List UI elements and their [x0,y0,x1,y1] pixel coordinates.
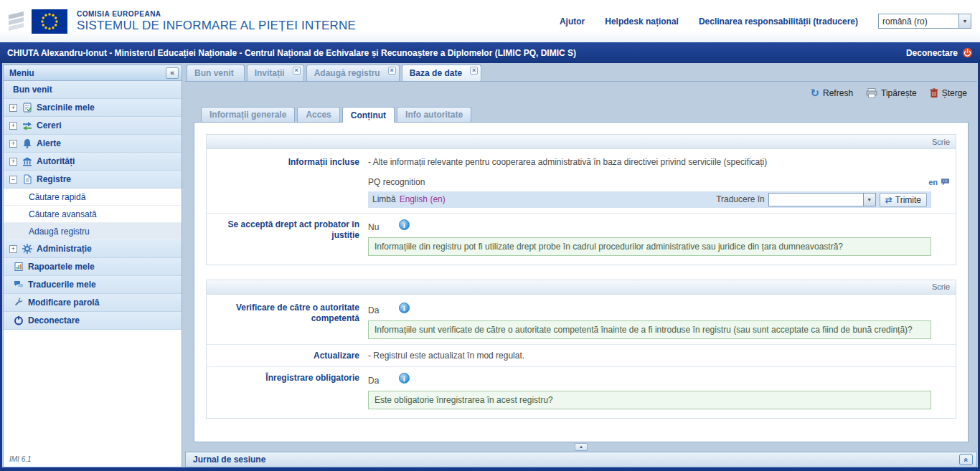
collapse-minus-icon[interactable]: − [9,176,17,184]
sidebar-item-cautare-avansata[interactable]: Căutare avansată [4,206,182,223]
row-divider [207,213,956,214]
send-label: Trimite [895,195,921,205]
sidebar-item-rapoartele-mele[interactable]: Rapoartele mele [4,258,182,276]
user-bar: CHIUTA Alexandru-Ionut - Ministerul Educ… [0,42,980,63]
language-select-value: română (ro) [879,16,958,27]
question-box: Este obligatorie înregistrarea în acest … [368,391,931,409]
record-toolbar: ↻ Refresh Tipărește Șterge [185,82,977,104]
sidebar-item-modificare-parola[interactable]: Modificare parolă [4,294,182,312]
tab-bun-venit[interactable]: Bun venit [187,65,245,81]
helpdesk-link[interactable]: Helpdesk național [605,16,679,27]
sidebar-subitem-label: Căutare avansată [29,209,97,219]
subtab-acces[interactable]: Acces [297,107,339,122]
subtab-label: Informații generale [209,110,286,120]
free-text-value: PQ recognition [368,177,425,189]
subtab-info-autoritate[interactable]: Info autoritate [397,107,471,122]
tab-invitatii[interactable]: Invitații × [247,65,304,81]
sidebar-item-cereri[interactable]: + Cereri [4,117,182,135]
section-body: Verificare de către o autoritate compete… [207,295,956,418]
sidebar-item-alerte[interactable]: + Alerte [4,135,182,153]
sidebar-item-label: Sarcinile mele [37,103,95,113]
subtab-informatii-generale[interactable]: Informații generale [201,107,295,122]
expand-icon[interactable]: + [9,158,17,166]
delete-button[interactable]: Șterge [930,88,967,98]
sidebar-filler [4,330,182,452]
sidebar-item-traducerile-mele[interactable]: Traducerile mele [4,276,182,294]
expand-icon[interactable]: + [9,140,17,148]
help-link[interactable]: Ajutor [560,16,585,27]
translate-to-label: Traducere în [716,194,765,206]
close-icon[interactable]: × [293,67,301,75]
power-icon [962,47,973,58]
close-icon[interactable]: × [470,67,478,75]
logout-button[interactable]: Deconectare [906,47,973,58]
subtab-continut[interactable]: Conținut [342,107,395,123]
send-translation-button[interactable]: ⇄ Trimite [880,193,927,207]
section-header: Scrie [207,280,956,295]
tab-label: Baza de date [410,68,462,78]
page-title: SISTEMUL DE INFORMARE AL PIEȚEI INTERNE [77,19,356,33]
language-label: Limbă [372,194,396,206]
sidebar-item-deconectare[interactable]: Deconectare [4,312,182,330]
scroll-up-icon[interactable]: ▲ [575,443,588,451]
field-body: Da Informațiile sunt verificate de către… [368,302,931,339]
disclaimer-link[interactable]: Declinarea responsabilității (traducere) [699,16,858,27]
chevron-down-icon[interactable]: ▼ [958,14,971,28]
language-code: en [928,177,938,187]
sidebar-item-registre[interactable]: − Registre [4,171,182,189]
logout-label: Deconectare [906,48,958,58]
chevron-up-icon: « [962,457,970,462]
expand-icon[interactable]: + [9,122,17,130]
field-value: Nu [368,222,379,232]
chevron-down-icon[interactable]: ▼ [863,194,875,206]
sidebar-item-adauga-registru[interactable]: Adaugă registru [4,223,182,240]
sidebar-item-bun-venit[interactable]: Bun venit [4,81,182,99]
sidebar-item-label: Registre [37,174,71,184]
tab-adauga-registru[interactable]: Adaugă registru × [306,65,400,81]
print-button[interactable]: Tipărește [866,88,917,98]
bell-icon [22,138,32,149]
expand-session-log-button[interactable]: « [959,454,973,465]
power-icon [13,315,24,326]
gear-icon [22,244,32,254]
verification-row: Verificare de către o autoritate compete… [207,299,956,342]
sidebar-item-autoritati[interactable]: + Autorități [4,153,182,171]
translate-to-select[interactable]: ▼ [768,193,876,206]
sidebar-header: Meniu « [4,65,182,81]
translations-icon [13,280,24,290]
sidebar-item-label: Autorități [37,156,75,166]
refresh-label: Refresh [823,88,853,98]
expand-icon[interactable]: + [9,104,17,112]
sidebar-item-sarcinile-mele[interactable]: + Sarcinile mele [4,99,182,117]
comment-bubble-icon[interactable] [941,178,950,186]
subtab-label: Info autoritate [405,110,463,120]
detail-subtabs: Informații generale Acces Conținut Info … [194,107,969,122]
info-icon[interactable] [399,373,410,384]
tab-label: Adaugă registru [314,68,380,78]
close-icon[interactable]: × [388,67,396,75]
bottom-frame [0,467,980,471]
info-icon[interactable] [399,303,410,313]
report-icon [13,262,24,272]
sidebar-item-cautare-rapida[interactable]: Căutare rapidă [4,189,182,206]
expand-icon[interactable]: + [9,245,17,253]
printer-icon [866,88,877,98]
refresh-button[interactable]: ↻ Refresh [810,87,853,98]
refresh-icon: ↻ [810,87,819,98]
session-log-label: Jurnal de sesiune [193,455,265,465]
mode-label: Scrie [932,282,950,291]
field-label: Actualizare [207,350,368,362]
language-select[interactable]: română (ro) ▼ [878,14,971,29]
sidebar-item-label: Rapoartele mele [28,262,95,272]
sidebar-item-administratie[interactable]: + Administrație [4,240,182,258]
content-section-1: Scrie Informații incluse - Alte informaț… [206,134,956,265]
sidebar-item-label: Alerte [37,138,61,148]
included-info-row: Informații incluse - Alte informații rel… [207,153,956,211]
organization-name: COMISIA EUROPEANA [77,10,356,18]
field-value: Da [368,305,379,315]
info-icon[interactable] [399,219,410,230]
tab-baza-de-date[interactable]: Baza de date × [402,65,481,81]
mandatory-row: Înregistrare obligatorie Da Este obligat… [207,369,956,412]
sidebar-collapse-icon[interactable]: « [166,67,179,79]
session-log-bar[interactable]: Jurnal de sesiune « [185,452,977,467]
